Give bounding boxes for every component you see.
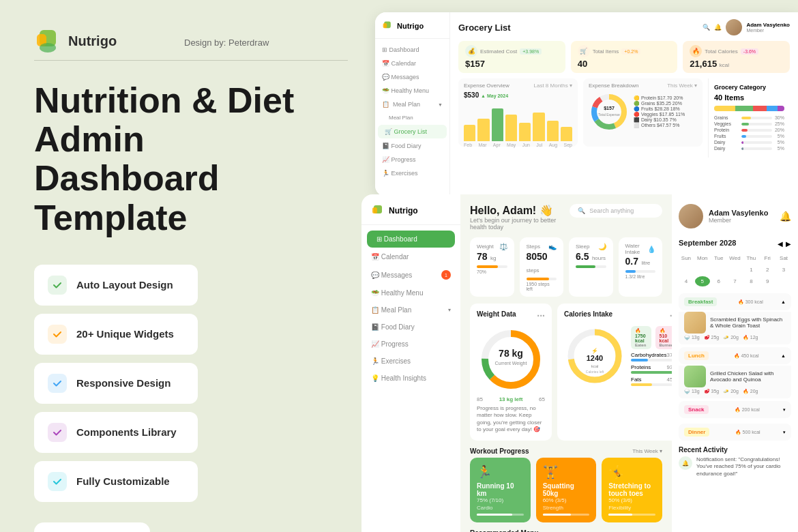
meal-breakfast: Breakfast 🔥 300 kcal ▲ [679, 293, 791, 310]
bs-nav-food-diary[interactable]: 📓 Food Diary [361, 319, 460, 336]
br-name: Adam Vasylenko [709, 209, 768, 217]
cal-date-8[interactable]: 8 [743, 276, 758, 286]
meal-breakfast-row: Scrambled Eggs with Spinach & Whole Grai… [684, 312, 786, 334]
bs-nav-messages[interactable]: 💬 Messages 1 [361, 265, 460, 284]
dash-main-content: Grocery List 🔍 🔔 Adam Vasylenko Member 💰… [450, 12, 798, 196]
chart-title-expense: Expense Overview Last 8 Months ▾ [464, 83, 572, 89]
main-content-row: Weight Data ··· 78 kg Current Weight [470, 304, 662, 441]
weight-bar-fill [477, 265, 498, 268]
stat-cal-value: 21,615 kcal [690, 59, 783, 69]
cal-prev-btn[interactable]: ◀ [778, 240, 783, 248]
bs-nav-progress[interactable]: 📈 Progress [361, 336, 460, 353]
meal-list: Breakfast 🔥 300 kcal ▲ Scrambled Eggs wi… [679, 293, 791, 441]
stat-items-label: Total Items [593, 48, 619, 55]
svg-text:1240: 1240 [587, 354, 603, 362]
cal-date-3[interactable]: 3 [776, 265, 791, 275]
cal-date-7[interactable]: 7 [728, 276, 743, 286]
svg-text:Current Weight: Current Weight [495, 361, 527, 366]
nav-grocery-list[interactable]: 🛒 Grocery List [378, 125, 447, 138]
nav-exercises[interactable]: 🏃 Exercises [375, 166, 449, 180]
cal-date-5-today[interactable]: 5 [695, 276, 710, 286]
breakfast-thumb [684, 312, 706, 334]
bell-icon[interactable]: 🔔 [714, 24, 722, 31]
dash-user-info: Adam Vasylenko Member [746, 22, 790, 33]
svg-text:$157: $157 [604, 106, 615, 111]
feature-customizable: Fully Customizable [34, 461, 198, 502]
nav-messages[interactable]: 💬 Messages [375, 70, 449, 84]
stat-items-value: 40 [578, 59, 671, 69]
meal-breakfast-detail: Scrambled Eggs with Spinach & Whole Grai… [679, 312, 791, 344]
bar-5 [519, 123, 531, 141]
grocery-title: Grocery List [458, 23, 511, 33]
notification-bell-icon[interactable]: 🔔 [780, 211, 791, 222]
nav-progress[interactable]: 📈 Progress [375, 153, 449, 166]
expand-dinner-icon[interactable]: ▾ [783, 430, 786, 435]
headline: Nutrition & Diet Admin Dashboard Templat… [34, 81, 338, 237]
svg-text:Calories left: Calories left [586, 370, 604, 374]
nav-food-diary[interactable]: 📓 Food Diary [375, 139, 449, 153]
recommended-section: Recommended Menu ··· 🌅 Breakfast 🔥 350 k… [470, 528, 662, 532]
bottom-sidebar: Nutrigo ⊞ Dashboard 📅 Calendar 💬 Message… [361, 194, 460, 532]
bar-1 [464, 125, 475, 141]
nutrigo-logo-icon [34, 27, 61, 55]
bs-nav-meal-plan[interactable]: 📋 Meal Plan ▾ [361, 301, 460, 319]
nav-meal-plan-sub[interactable]: Meal Plan [375, 111, 449, 124]
cal-nav: ◀ ▶ [778, 237, 791, 249]
search-bar[interactable]: 🔍 Search anything [570, 204, 662, 218]
greeting: Hello, Adam! 👋 [470, 204, 570, 217]
design-by: Design by: Peterdraw [184, 38, 269, 48]
meal-tag-snack: Snack [684, 405, 709, 414]
search-icon[interactable]: 🔍 [703, 24, 710, 31]
chart-months: FebMarAprMayJunJulAugSep [464, 143, 572, 147]
sidebar-brand: Nutrigo [397, 22, 424, 30]
cal-day-thu: Thu [743, 253, 758, 263]
bs-nav-healthy-menu[interactable]: 🥗 Healthy Menu [361, 284, 460, 301]
meal-dinner: Dinner 🔥 500 kcal ▾ [679, 424, 791, 441]
nutrient-list: 🔥 1750 kcal Eaten 🔥 510 kcal Burned [631, 326, 672, 386]
weight-motivation: Progress is progress, no matter how slow… [477, 405, 545, 434]
eaten-label: 🔥 [635, 328, 641, 333]
burned-label: 🔥 [660, 328, 666, 333]
weight-label: Weight [477, 243, 494, 250]
bs-nav-calendar[interactable]: 📅 Calendar [361, 248, 460, 265]
lunch-thumb [684, 366, 706, 387]
nav-healthy-menu[interactable]: 🥗 Healthy Menu [375, 84, 449, 98]
br-user-info: Adam Vasylenko Member [709, 209, 768, 224]
weight-more-icon[interactable]: ··· [537, 310, 545, 321]
br-user: Adam Vasylenko Member 🔔 [679, 204, 791, 228]
expand-lunch-icon[interactable]: ▲ [781, 353, 786, 358]
nav-calendar[interactable]: 📅 Calendar [375, 57, 449, 70]
cal-day-wed: Wed [728, 253, 743, 263]
bs-nav-dashboard[interactable]: ⊞ Dashboard [367, 231, 455, 248]
cal-date-2[interactable]: 2 [760, 265, 775, 275]
bottom-main: Hello, Adam! 👋 Let's begin our journey t… [460, 194, 672, 532]
bs-logo: Nutrigo [361, 204, 460, 225]
cal-date-1[interactable]: 1 [743, 265, 758, 275]
cal-date-9[interactable]: 9 [760, 276, 775, 286]
nav-meal-plan[interactable]: 📋 Meal Plan ▼ [375, 98, 449, 111]
svg-text:Total Expense: Total Expense [598, 113, 620, 117]
running-icon: 🏃 [477, 464, 524, 479]
expand-breakfast-icon[interactable]: ▲ [781, 299, 786, 304]
bs-logo-icon [371, 204, 385, 218]
nav-dashboard[interactable]: ⊞ Dashboard [375, 43, 449, 57]
feature-label-0: Auto Layout Design [76, 279, 173, 291]
cal-header: September 2028 ◀ ▶ [679, 237, 791, 249]
recommended-more-icon[interactable]: ··· [654, 528, 662, 532]
cal-day-sat: Sat [776, 253, 791, 263]
stat-items: 🛒 Total Items +0.2% 40 [571, 41, 678, 73]
bs-nav-exercises[interactable]: 🏃 Exercises [361, 353, 460, 370]
bs-nav-health-insights[interactable]: 💡 Health Insights [361, 370, 460, 387]
cal-date-4[interactable]: 4 [679, 276, 694, 286]
expand-snack-icon[interactable]: ▾ [783, 407, 786, 413]
calories-title: Calories Intake ··· [564, 310, 672, 321]
cal-date-6[interactable]: 6 [711, 276, 726, 286]
cat-protein: Protein 20% [714, 128, 784, 132]
cal-next-btn[interactable]: ▶ [786, 240, 791, 248]
dash-user-area: 🔍 🔔 Adam Vasylenko Member [703, 19, 790, 35]
carbs-row: Carbohydrates 37% [631, 352, 672, 361]
meal-kcal-breakfast: 🔥 300 kcal [738, 299, 763, 305]
breakfast-macros: 🍚 13g🥩 25g🧈 20g🔥 12g [684, 335, 786, 340]
weight-gauge-svg: 78 kg Current Weight [477, 325, 545, 394]
cat-veggies: Veggies 25% [714, 121, 784, 126]
